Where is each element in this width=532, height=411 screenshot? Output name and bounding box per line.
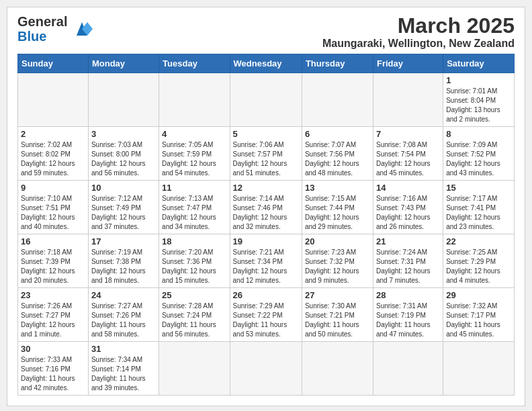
day-number: 6 (305, 129, 370, 139)
day-number: 16 (21, 236, 85, 246)
col-saturday: Saturday (443, 54, 515, 73)
table-row: 22Sunrise: 7:25 AMSunset: 7:29 PMDayligh… (443, 234, 515, 288)
table-row (302, 342, 373, 396)
table-row: 11Sunrise: 7:13 AMSunset: 7:47 PMDayligh… (159, 181, 230, 234)
page-subtitle: Maungaraki, Wellington, New Zealand (322, 38, 515, 50)
table-row: 2Sunrise: 7:02 AMSunset: 8:02 PMDaylight… (18, 127, 89, 181)
table-row: 10Sunrise: 7:12 AMSunset: 7:49 PMDayligh… (88, 181, 159, 234)
table-row: 19Sunrise: 7:21 AMSunset: 7:34 PMDayligh… (230, 234, 302, 288)
day-info: Sunrise: 7:12 AMSunset: 7:49 PMDaylight:… (91, 194, 156, 232)
table-row: 25Sunrise: 7:28 AMSunset: 7:24 PMDayligh… (159, 288, 230, 342)
day-number: 5 (233, 129, 299, 139)
table-row (373, 73, 443, 127)
table-row (230, 73, 302, 127)
col-tuesday: Tuesday (159, 54, 230, 73)
day-number: 25 (162, 290, 226, 300)
day-number: 7 (376, 129, 440, 139)
day-number: 2 (21, 129, 85, 139)
table-row: 4Sunrise: 7:05 AMSunset: 7:59 PMDaylight… (159, 127, 230, 181)
day-info: Sunrise: 7:03 AMSunset: 8:00 PMDaylight:… (91, 140, 156, 178)
day-info: Sunrise: 7:21 AMSunset: 7:34 PMDaylight:… (233, 248, 299, 285)
day-info: Sunrise: 7:05 AMSunset: 7:59 PMDaylight:… (162, 140, 226, 178)
day-info: Sunrise: 7:31 AMSunset: 7:19 PMDaylight:… (376, 302, 440, 339)
table-row: 28Sunrise: 7:31 AMSunset: 7:19 PMDayligh… (373, 288, 443, 342)
table-row: 15Sunrise: 7:17 AMSunset: 7:41 PMDayligh… (443, 181, 515, 234)
day-info: Sunrise: 7:13 AMSunset: 7:47 PMDaylight:… (162, 194, 226, 232)
col-sunday: Sunday (18, 54, 89, 73)
table-row: 31Sunrise: 7:34 AMSunset: 7:14 PMDayligh… (88, 342, 159, 396)
table-row: 3Sunrise: 7:03 AMSunset: 8:00 PMDaylight… (88, 127, 159, 181)
table-row: 16Sunrise: 7:18 AMSunset: 7:39 PMDayligh… (18, 234, 89, 288)
col-monday: Monday (88, 54, 159, 73)
day-info: Sunrise: 7:23 AMSunset: 7:32 PMDaylight:… (305, 248, 370, 285)
calendar-week-row: 9Sunrise: 7:10 AMSunset: 7:51 PMDaylight… (18, 181, 515, 234)
day-info: Sunrise: 7:33 AMSunset: 7:16 PMDaylight:… (21, 355, 85, 393)
calendar-week-row: 1Sunrise: 7:01 AMSunset: 8:04 PMDaylight… (18, 73, 515, 127)
day-info: Sunrise: 7:16 AMSunset: 7:43 PMDaylight:… (376, 194, 440, 232)
day-info: Sunrise: 7:26 AMSunset: 7:27 PMDaylight:… (21, 302, 85, 339)
day-info: Sunrise: 7:10 AMSunset: 7:51 PMDaylight:… (21, 194, 85, 232)
table-row: 24Sunrise: 7:27 AMSunset: 7:26 PMDayligh… (88, 288, 159, 342)
day-info: Sunrise: 7:01 AMSunset: 8:04 PMDaylight:… (446, 87, 511, 124)
day-number: 22 (446, 236, 511, 246)
day-number: 3 (91, 129, 156, 139)
day-info: Sunrise: 7:19 AMSunset: 7:38 PMDaylight:… (91, 248, 156, 285)
day-info: Sunrise: 7:02 AMSunset: 8:02 PMDaylight:… (21, 140, 85, 178)
day-number: 11 (162, 183, 226, 193)
calendar-week-row: 2Sunrise: 7:02 AMSunset: 8:02 PMDaylight… (18, 127, 515, 181)
table-row: 21Sunrise: 7:24 AMSunset: 7:31 PMDayligh… (373, 234, 443, 288)
table-row: 20Sunrise: 7:23 AMSunset: 7:32 PMDayligh… (302, 234, 373, 288)
title-area: March 2025 Maungaraki, Wellington, New Z… (322, 14, 515, 50)
logo-general: General (17, 14, 67, 29)
calendar-week-row: 30Sunrise: 7:33 AMSunset: 7:16 PMDayligh… (18, 342, 515, 396)
table-row: 18Sunrise: 7:20 AMSunset: 7:36 PMDayligh… (159, 234, 230, 288)
table-row (373, 342, 443, 396)
table-row: 7Sunrise: 7:08 AMSunset: 7:54 PMDaylight… (373, 127, 443, 181)
calendar-container: General Blue March 2025 Maungaraki, Well… (7, 7, 525, 406)
logo-text: General Blue (17, 14, 67, 44)
day-info: Sunrise: 7:08 AMSunset: 7:54 PMDaylight:… (376, 140, 440, 178)
table-row: 5Sunrise: 7:06 AMSunset: 7:57 PMDaylight… (230, 127, 302, 181)
col-friday: Friday (373, 54, 443, 73)
day-info: Sunrise: 7:27 AMSunset: 7:26 PMDaylight:… (91, 302, 156, 339)
day-number: 28 (376, 290, 440, 300)
table-row: 23Sunrise: 7:26 AMSunset: 7:27 PMDayligh… (18, 288, 89, 342)
day-number: 14 (376, 183, 440, 193)
table-row: 13Sunrise: 7:15 AMSunset: 7:44 PMDayligh… (302, 181, 373, 234)
day-number: 20 (305, 236, 370, 246)
logo-icon (70, 17, 94, 41)
calendar-table: Sunday Monday Tuesday Wednesday Thursday… (17, 54, 515, 396)
day-number: 17 (91, 236, 156, 246)
table-row: 6Sunrise: 7:07 AMSunset: 7:56 PMDaylight… (302, 127, 373, 181)
day-info: Sunrise: 7:18 AMSunset: 7:39 PMDaylight:… (21, 248, 85, 285)
day-info: Sunrise: 7:24 AMSunset: 7:31 PMDaylight:… (376, 248, 440, 285)
table-row: 8Sunrise: 7:09 AMSunset: 7:52 PMDaylight… (443, 127, 515, 181)
day-number: 9 (21, 183, 85, 193)
table-row (88, 73, 159, 127)
day-info: Sunrise: 7:29 AMSunset: 7:22 PMDaylight:… (233, 302, 299, 339)
day-number: 12 (233, 183, 299, 193)
page-title: March 2025 (322, 14, 515, 38)
day-number: 15 (446, 183, 511, 193)
day-info: Sunrise: 7:09 AMSunset: 7:52 PMDaylight:… (446, 140, 511, 178)
day-number: 10 (91, 183, 156, 193)
calendar-week-row: 16Sunrise: 7:18 AMSunset: 7:39 PMDayligh… (18, 234, 515, 288)
logo-blue: Blue (17, 29, 46, 44)
day-number: 18 (162, 236, 226, 246)
day-info: Sunrise: 7:25 AMSunset: 7:29 PMDaylight:… (446, 248, 511, 285)
col-wednesday: Wednesday (230, 54, 302, 73)
header: General Blue March 2025 Maungaraki, Well… (17, 14, 515, 50)
table-row (230, 342, 302, 396)
day-number: 24 (91, 290, 156, 300)
table-row (443, 342, 515, 396)
col-thursday: Thursday (302, 54, 373, 73)
day-info: Sunrise: 7:32 AMSunset: 7:17 PMDaylight:… (446, 302, 511, 339)
day-info: Sunrise: 7:30 AMSunset: 7:21 PMDaylight:… (305, 302, 370, 339)
table-row (159, 73, 230, 127)
day-number: 27 (305, 290, 370, 300)
logo: General Blue (17, 14, 94, 44)
day-info: Sunrise: 7:07 AMSunset: 7:56 PMDaylight:… (305, 140, 370, 178)
table-row (18, 73, 89, 127)
day-number: 29 (446, 290, 511, 300)
day-number: 1 (446, 75, 511, 85)
